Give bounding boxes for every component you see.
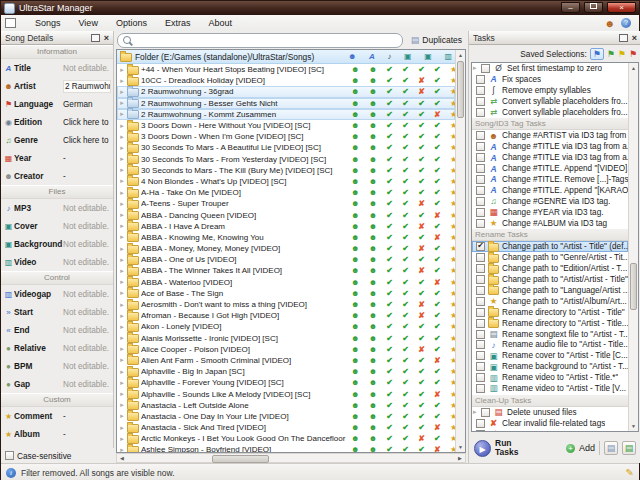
expander-icon[interactable]: ▸ [119, 66, 125, 74]
expander-icon[interactable]: ▸ [119, 166, 125, 174]
case-sensitive-checkbox[interactable] [5, 451, 14, 460]
add-button[interactable]: Add [579, 443, 595, 453]
scroll-down-icon[interactable]: ▼ [629, 421, 638, 431]
task-checkbox[interactable] [476, 340, 485, 349]
field-value[interactable]: - [63, 412, 111, 421]
field-value[interactable]: - [63, 172, 111, 181]
task-checkbox[interactable] [476, 186, 485, 195]
field-value[interactable]: Not editable. [63, 64, 111, 73]
menu-item-view[interactable]: View [70, 16, 107, 30]
song-row[interactable]: ▸Akon - Lonely [VIDEO]☻☻✔✔✔✔★ [117, 321, 455, 332]
saved-selection-red-flag[interactable]: ⚑ [629, 49, 637, 59]
task-checkbox[interactable]: ✔ [476, 242, 485, 251]
song-row[interactable]: ▸4 Non Blondes - What's Up [VIDEO] [SC]☻… [117, 176, 455, 187]
new-selection-button[interactable]: ▤ [604, 441, 618, 455]
search-input[interactable] [135, 35, 397, 46]
task-checkbox[interactable] [476, 286, 485, 295]
expander-icon[interactable]: ▸ [119, 323, 125, 331]
expander-icon[interactable]: ▸ [119, 233, 125, 241]
expander-icon[interactable]: ▸ [119, 122, 125, 130]
expander-icon[interactable]: ▸ [119, 390, 125, 398]
expander-icon[interactable]: ▸ [119, 345, 125, 353]
task-row[interactable]: ★Change path to "Artist/Album/Art... [472, 296, 628, 307]
expander-icon[interactable]: ▸ [119, 245, 125, 253]
field-value[interactable]: Not editable. [63, 258, 111, 267]
song-row[interactable]: ▸2 Raumwohnung - Besser Gehts Nicht☻☻✔✔✔… [117, 98, 455, 109]
song-row[interactable]: ▸2 Raumwohnung - Kommt Zusammen☻☻✔✔✔✘★ [117, 109, 455, 120]
field-value[interactable]: Not editable. [63, 204, 111, 213]
task-checkbox[interactable] [476, 253, 485, 262]
expander-icon[interactable]: ▸ [119, 200, 125, 208]
expander-icon[interactable]: ▸ [119, 289, 125, 297]
task-checkbox[interactable] [481, 408, 490, 417]
song-row[interactable]: ▸3 Doors Down - Here Without You [VIDEO]… [117, 120, 455, 131]
expander-icon[interactable]: ▸ [119, 77, 125, 85]
task-checkbox[interactable] [476, 75, 485, 84]
expander-icon[interactable]: ▸ [119, 446, 125, 452]
song-row[interactable]: ▸Anastacia - Left Outside Alone☻☻✔✔✔✔★ [117, 400, 455, 411]
song-list-vertical-scrollbar[interactable]: ▲ ▼ [455, 50, 465, 452]
field-value[interactable]: Not editable. [63, 326, 111, 335]
field-value[interactable]: Click here to ... [63, 136, 111, 145]
saved-selection-blue-flag[interactable]: ⚑ [590, 48, 604, 60]
song-row[interactable]: ▸ABBA - Dancing Queen [VIDEO]☻☻✔✔✔✘★ [117, 209, 455, 220]
task-checkbox[interactable] [476, 275, 485, 284]
minimize-button[interactable]: – [561, 2, 580, 13]
expander-icon[interactable]: ▸ [119, 401, 125, 409]
song-row[interactable]: ▸ABBA - Money, Money, Money [VIDEO]☻☻✔✔✘… [117, 243, 455, 254]
field-value[interactable]: Not editable. [63, 222, 111, 231]
expander-icon[interactable]: ▸ [119, 88, 125, 96]
task-checkbox[interactable] [476, 330, 485, 339]
menu-item-options[interactable]: Options [107, 16, 156, 30]
song-row[interactable]: ▸30 Seconds To Mars - A Beautiful Lie [V… [117, 142, 455, 153]
task-row[interactable]: ☻Change #ARTIST via ID3 tag from ... [472, 130, 628, 141]
field-value[interactable]: Not editable. [63, 308, 111, 317]
task-row[interactable]: ♫Change #GENRE via ID3 tag. [472, 196, 628, 207]
donate-icon[interactable]: ☻ [604, 18, 615, 29]
task-row[interactable]: Change path to "Artist/Artist - Title" [472, 274, 628, 285]
task-row[interactable]: Change path to "Edition/Artist - T... [472, 263, 628, 274]
task-checkbox[interactable] [476, 297, 485, 306]
expander-icon[interactable]: ▸ [119, 189, 125, 197]
song-row[interactable]: ▸Ace of Base - The Sign☻☻✔✔✔✔★ [117, 288, 455, 299]
task-list-vertical-scrollbar[interactable]: ▲ ▼ [628, 63, 638, 431]
task-checkbox[interactable] [476, 86, 485, 95]
field-value[interactable]: - [63, 154, 111, 163]
song-row[interactable]: ▸ABBA - Waterloo [VIDEO]☻☻✔✔✔✘★ [117, 277, 455, 288]
song-row[interactable]: ▸3 Doors Down - When I'm Gone [VIDEO] [S… [117, 131, 455, 142]
scrollbar-thumb[interactable] [457, 61, 464, 118]
expander-icon[interactable]: ▸ [119, 368, 125, 376]
task-checkbox[interactable] [476, 142, 485, 151]
expander-icon[interactable]: ▸ [119, 99, 125, 107]
task-row[interactable]: ✘Clear invalid file-related tags [472, 418, 628, 429]
task-row[interactable]: AChange #TITLE. Append "[KARAO... [472, 185, 628, 196]
task-checkbox[interactable] [476, 197, 485, 206]
song-row[interactable]: ▸ABBA - I Have A Dream☻☻✔✔✘✔★ [117, 221, 455, 232]
song-row[interactable]: ▸ABBA - The Winner Takes It All [VIDEO]☻… [117, 265, 455, 276]
task-row[interactable]: Change path to "Language/Artist ... [472, 285, 628, 296]
run-tasks-icon[interactable]: ▶ [474, 440, 491, 457]
task-row[interactable]: AChange #TITLE. Remove [...]-Tags. [472, 174, 628, 185]
expander-icon[interactable]: ▸ [119, 110, 125, 118]
expander-icon[interactable]: ▸ [119, 312, 125, 320]
export-selection-button[interactable]: ▤ [622, 441, 636, 455]
expander-icon[interactable]: ▸ [119, 435, 125, 443]
field-value[interactable]: Not editable. [63, 362, 111, 371]
task-checkbox[interactable] [476, 430, 485, 431]
song-row[interactable]: ▸ABBA - Knowing Me, Knowing You☻☻✔✔✔✘★ [117, 232, 455, 243]
song-row[interactable]: ▸Ashlee Simpson - Boyfriend [VIDEO]☻☻✔✔✔… [117, 444, 455, 452]
song-row[interactable]: ▸+44 - When Your Heart Stops Beating [VI… [117, 64, 455, 75]
song-row[interactable]: ▸Alphaville - Forever Young [VIDEO] [SC]… [117, 377, 455, 388]
song-row[interactable]: ▸2 Raumwohnung - 36grad☻☻✔✔✘✔★ [117, 86, 455, 97]
task-checkbox[interactable] [476, 419, 485, 428]
task-checkbox[interactable] [476, 108, 485, 117]
field-value[interactable]: Not editable. [63, 240, 111, 249]
scrollbar-thumb[interactable] [630, 263, 637, 310]
task-row[interactable]: ▣Rename background to "Artist - T... [472, 361, 628, 372]
song-row[interactable]: ▸Alanis Morissette - Ironic [VIDEO] [SC]… [117, 333, 455, 344]
close-button[interactable]: × [607, 2, 636, 13]
expander-icon[interactable]: ▸ [119, 211, 125, 219]
task-row[interactable]: ▦Change #YEAR via ID3 tag. [472, 207, 628, 218]
song-row[interactable]: ▸Alphaville - Big In Japan [SC]☻☻✔✔✔✔★ [117, 366, 455, 377]
menu-item-about[interactable]: About [199, 16, 241, 30]
